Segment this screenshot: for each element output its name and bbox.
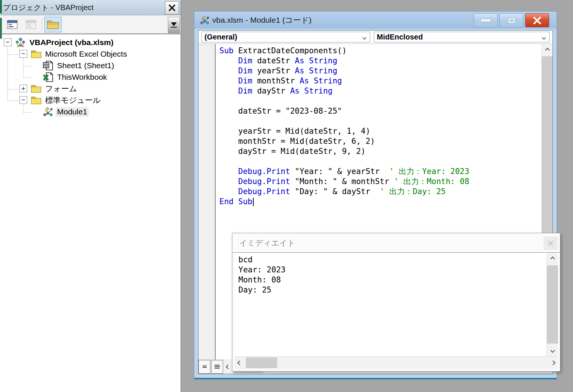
excel-edge-strip: [0, 0, 2, 13]
tree-item-modules-folder[interactable]: − 標準モジュール: [0, 94, 180, 106]
scroll-left-arrow[interactable]: [223, 360, 233, 374]
tree-item-label: ThisWorkbook: [56, 72, 109, 82]
object-dropdown[interactable]: (General): [201, 32, 370, 42]
full-module-view-icon: [215, 365, 220, 369]
vba-project-icon: [15, 37, 26, 48]
procedure-dropdown-value: MidEnclosed: [377, 33, 423, 41]
project-panel-toolbar: [0, 15, 181, 34]
full-module-view-button[interactable]: [211, 360, 223, 374]
tree-item-module1[interactable]: Module1: [0, 106, 180, 117]
close-icon: [548, 240, 554, 246]
immediate-close-button[interactable]: [544, 237, 558, 250]
close-icon: [168, 4, 176, 12]
toggle-folders-button[interactable]: [44, 17, 62, 32]
scrollbar-thumb[interactable]: [246, 357, 277, 368]
code-text[interactable]: Sub ExtractDateComponents() Dim dateStr …: [219, 46, 540, 207]
tree-item-label: VBAProject (vba.xlsm): [28, 38, 115, 47]
project-explorer-panel: プロジェクト - VBAProject: [0, 0, 181, 392]
minimize-button[interactable]: [474, 13, 498, 27]
minimize-icon: [480, 19, 491, 22]
worksheet-icon: [43, 60, 54, 71]
code-window-title: vba.xlsm - Module1 (コード): [212, 15, 311, 25]
scroll-left-arrow[interactable]: [235, 357, 244, 369]
procedure-view-icon: [203, 366, 207, 369]
procedure-dropdown[interactable]: MidEnclosed: [374, 32, 549, 42]
project-panel-title: プロジェクト - VBAProject: [3, 3, 94, 13]
immediate-client: bcdYear: 2023Month: 08Day: 25: [235, 253, 558, 369]
tree-item-label: フォーム: [44, 83, 78, 94]
chevron-left-icon: [226, 364, 231, 369]
folder-open-icon: [31, 96, 42, 105]
project-tree: − VBAProject (vba.xlsm) − Microsoft Exce…: [0, 37, 180, 392]
collapse-toggle[interactable]: −: [4, 38, 12, 46]
folder-open-icon: [31, 50, 42, 59]
collapse-toggle[interactable]: −: [19, 96, 27, 104]
workbook-icon: [43, 72, 54, 82]
tree-item-label: Microsoft Excel Objects: [44, 49, 128, 59]
immediate-output[interactable]: bcdYear: 2023Month: 08Day: 25: [238, 255, 543, 295]
project-panel-titlebar[interactable]: プロジェクト - VBAProject: [0, 0, 181, 15]
triangle-down-icon: [171, 22, 177, 26]
restore-icon: [508, 18, 515, 23]
tree-item-label: 標準モジュール: [44, 95, 102, 106]
tree-item-vbaproject[interactable]: − VBAProject (vba.xlsm): [0, 37, 180, 48]
tree-item-excel-objects[interactable]: − Microsoft Excel Objects: [0, 48, 180, 60]
immediate-window-titlebar[interactable]: イミディエイト: [232, 233, 560, 253]
scroll-up-arrow[interactable]: [547, 253, 558, 265]
chevron-down-icon: [542, 35, 546, 39]
folder-closed-icon: [31, 84, 42, 93]
view-object-icon: [25, 20, 37, 29]
triangle-underline: [171, 27, 177, 28]
folder-icon: [47, 19, 59, 30]
procedure-view-button[interactable]: [198, 360, 210, 374]
view-code-icon: [7, 20, 18, 29]
scrollbar-thumb[interactable]: [547, 265, 558, 344]
collapse-toggle[interactable]: −: [19, 50, 27, 58]
immediate-window-title: イミディエイト: [239, 238, 295, 248]
tree-item-sheet1[interactable]: Sheet1 (Sheet1): [0, 60, 180, 71]
margin-indicator-bar[interactable]: [198, 44, 216, 360]
toolbar-scroll-down-button[interactable]: [168, 17, 180, 33]
chevron-left-icon: [237, 360, 242, 365]
toolbar-separator: [42, 18, 42, 31]
chevron-right-icon: [551, 360, 555, 365]
scroll-up-arrow[interactable]: [542, 44, 552, 56]
vbe-application: プロジェクト - VBAProject: [0, 0, 573, 392]
scroll-right-arrow[interactable]: [548, 357, 558, 369]
immediate-vertical-scrollbar[interactable]: [547, 253, 558, 356]
tree-item-label: Sheet1 (Sheet1): [56, 61, 116, 70]
scroll-down-arrow[interactable]: [547, 344, 558, 356]
chevron-down-icon: [550, 348, 555, 353]
scrollbar-thumb[interactable]: [542, 56, 552, 235]
tree-item-label: Module1: [56, 107, 89, 117]
close-button[interactable]: [525, 13, 549, 27]
excel-edge-strip: [0, 18, 2, 39]
module-icon: [200, 15, 210, 25]
tree-item-thisworkbook[interactable]: ThisWorkbook: [0, 71, 180, 83]
chevron-down-icon: [362, 35, 366, 39]
module-icon: [43, 107, 54, 117]
view-object-button[interactable]: [22, 17, 40, 32]
chevron-up-icon: [550, 256, 555, 261]
expand-toggle[interactable]: +: [19, 85, 27, 92]
immediate-horizontal-scrollbar[interactable]: [235, 356, 558, 369]
immediate-window: イミディエイト bcdYear: 2023Month: 08Day: 25: [232, 233, 560, 372]
combo-row: (General) MidEnclosed: [198, 31, 552, 44]
chevron-up-icon: [545, 48, 550, 53]
project-panel-close-button[interactable]: [165, 1, 179, 15]
close-icon: [533, 17, 542, 24]
tree-item-forms-folder[interactable]: + フォーム: [0, 83, 180, 94]
view-code-button[interactable]: [4, 17, 21, 32]
restore-button[interactable]: [500, 13, 523, 27]
object-dropdown-value: (General): [204, 33, 237, 41]
code-window-titlebar[interactable]: vba.xlsm - Module1 (コード): [194, 12, 557, 29]
